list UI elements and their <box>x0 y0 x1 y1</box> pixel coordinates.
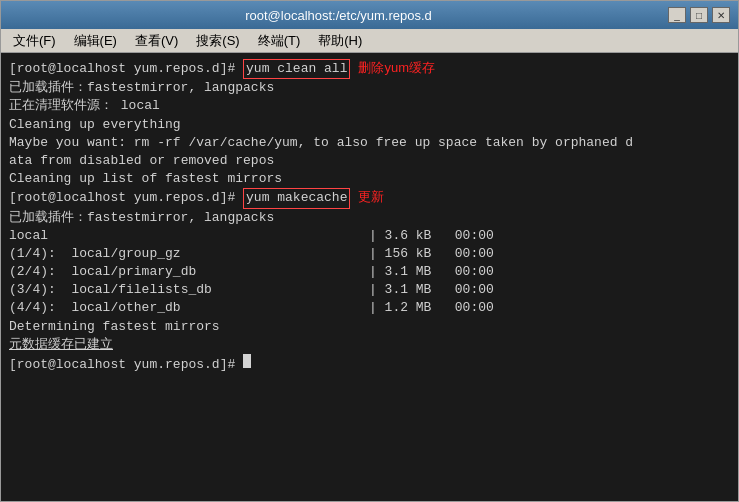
window-title: root@localhost:/etc/yum.repos.d <box>9 8 668 23</box>
terminal-line-17: [root@localhost yum.repos.d]# <box>9 354 730 374</box>
terminal-line-10: local| 3.6 kB 00:00 <box>9 227 730 245</box>
terminal-line-11: (1/4): local/group_gz| 156 kB 00:00 <box>9 245 730 263</box>
annotation-clean: 删除yum缓存 <box>358 59 435 77</box>
terminal-line-6: ata from disabled or removed repos <box>9 152 730 170</box>
cmd-clean-all: yum clean all <box>243 59 350 79</box>
terminal-area[interactable]: [root@localhost yum.repos.d]# yum clean … <box>1 53 738 501</box>
prompt-1: [root@localhost yum.repos.d]# <box>9 60 243 78</box>
menu-bar: 文件(F) 编辑(E) 查看(V) 搜索(S) 终端(T) 帮助(H) <box>1 29 738 53</box>
prompt-2: [root@localhost yum.repos.d]# <box>9 189 243 207</box>
terminal-line-7: Cleaning up list of fastest mirrors <box>9 170 730 188</box>
menu-help[interactable]: 帮助(H) <box>310 30 370 52</box>
menu-search[interactable]: 搜索(S) <box>188 30 247 52</box>
menu-terminal[interactable]: 终端(T) <box>250 30 309 52</box>
terminal-line-5: Maybe you want: rm -rf /var/cache/yum, t… <box>9 134 730 152</box>
cmd-makecache: yum makecache <box>243 188 350 208</box>
terminal-window: root@localhost:/etc/yum.repos.d _ □ ✕ 文件… <box>0 0 739 502</box>
maximize-button[interactable]: □ <box>690 7 708 23</box>
terminal-line-12: (2/4): local/primary_db| 3.1 MB 00:00 <box>9 263 730 281</box>
terminal-line-4: Cleaning up everything <box>9 116 730 134</box>
menu-edit[interactable]: 编辑(E) <box>66 30 125 52</box>
terminal-line-16: 元数据缓存已建立 <box>9 336 730 354</box>
terminal-cursor <box>243 354 251 368</box>
terminal-line-1: [root@localhost yum.repos.d]# yum clean … <box>9 59 730 79</box>
terminal-line-14: (4/4): local/other_db| 1.2 MB 00:00 <box>9 299 730 317</box>
minimize-button[interactable]: _ <box>668 7 686 23</box>
metadata-built: 元数据缓存已建立 <box>9 336 113 354</box>
terminal-line-13: (3/4): local/filelists_db| 3.1 MB 00:00 <box>9 281 730 299</box>
terminal-line-15: Determining fastest mirrors <box>9 318 730 336</box>
terminal-line-9: 已加载插件：fastestmirror, langpacks <box>9 209 730 227</box>
window-controls: _ □ ✕ <box>668 7 730 23</box>
terminal-line-2: 已加载插件：fastestmirror, langpacks <box>9 79 730 97</box>
menu-file[interactable]: 文件(F) <box>5 30 64 52</box>
title-bar: root@localhost:/etc/yum.repos.d _ □ ✕ <box>1 1 738 29</box>
prompt-3: [root@localhost yum.repos.d]# <box>9 356 243 374</box>
annotation-makecache: 更新 <box>358 188 384 206</box>
menu-view[interactable]: 查看(V) <box>127 30 186 52</box>
terminal-line-3: 正在清理软件源： local <box>9 97 730 115</box>
close-button[interactable]: ✕ <box>712 7 730 23</box>
terminal-line-8: [root@localhost yum.repos.d]# yum makeca… <box>9 188 730 208</box>
